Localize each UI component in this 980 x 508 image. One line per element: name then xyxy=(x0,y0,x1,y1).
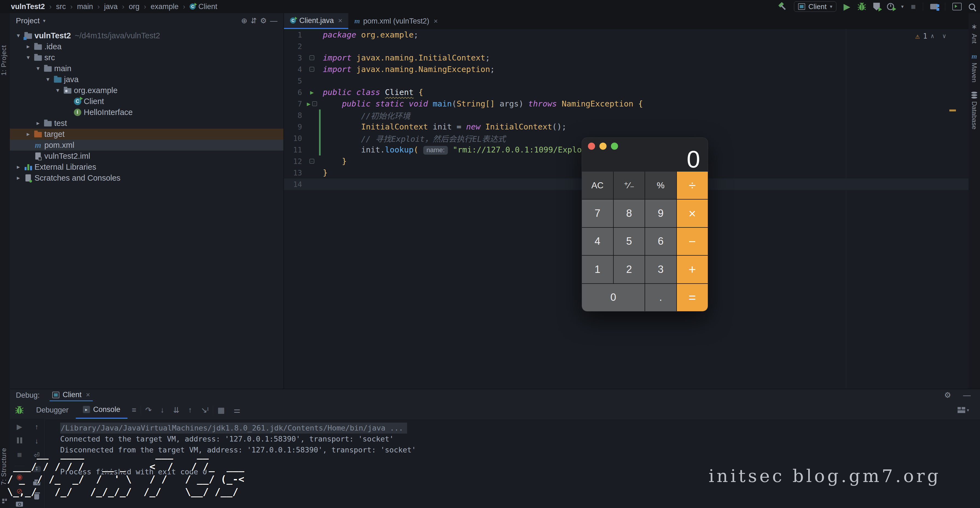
terminal-icon[interactable] xyxy=(952,3,962,10)
calc-button-÷[interactable]: ÷ xyxy=(677,172,708,199)
resume-icon[interactable]: ▶ xyxy=(17,423,22,430)
tree-item-.idea[interactable]: ▸.idea xyxy=(10,41,283,52)
close-icon[interactable]: × xyxy=(86,390,90,399)
tree-item-vulnTest2[interactable]: ▾vulnTest2~/d4m1ts/java/vulnTest2 xyxy=(10,30,283,41)
gear-icon[interactable]: ⚙ xyxy=(260,17,267,25)
view-options-icon[interactable]: ⚌ xyxy=(229,406,245,415)
tree-item-test[interactable]: ▸test xyxy=(10,118,283,129)
tab-debugger[interactable]: Debugger xyxy=(29,401,76,419)
fold-icon[interactable]: − xyxy=(312,101,317,106)
calc-button-%[interactable]: % xyxy=(645,172,676,199)
thread-dump-icon[interactable] xyxy=(16,502,23,506)
tree-chevron-icon[interactable]: ▸ xyxy=(33,119,43,127)
calc-button-AC[interactable]: AC xyxy=(582,172,613,199)
tree-item-main[interactable]: ▾main xyxy=(10,63,283,74)
tab-client-java[interactable]: C Client.java × xyxy=(284,13,348,29)
gutter-spacer xyxy=(319,40,321,52)
breadcrumb-item-vulnTest2[interactable]: vulnTest2 xyxy=(11,2,45,11)
breadcrumb-item-Client[interactable]: CClient xyxy=(189,2,217,11)
options-menu-icon[interactable]: ≡ xyxy=(127,406,141,414)
build-icon[interactable] xyxy=(778,2,787,11)
rerun-debug-icon[interactable] xyxy=(10,406,29,414)
down-stack-icon[interactable]: ↓ xyxy=(35,437,38,444)
gear-icon[interactable]: ⚙ xyxy=(944,392,951,399)
fold-icon[interactable]: − xyxy=(309,55,314,60)
tree-chevron-icon[interactable]: ▾ xyxy=(33,65,43,72)
code-text: //初始化环境 xyxy=(323,110,410,121)
tool-window-database-button[interactable]: Database xyxy=(969,92,980,129)
tree-item-HelloInterface[interactable]: IHelloInterface xyxy=(10,107,283,118)
tree-chevron-icon[interactable]: ▾ xyxy=(53,87,62,94)
run-gutter-icon[interactable]: ▶ xyxy=(307,100,310,107)
tree-item-src[interactable]: ▾src xyxy=(10,52,283,63)
tree-item-target[interactable]: ▸target xyxy=(10,129,283,140)
calc-button-5[interactable]: 5 xyxy=(614,228,645,255)
tree-chevron-icon[interactable]: ▸ xyxy=(14,163,23,170)
close-icon[interactable]: × xyxy=(434,17,438,25)
calc-button-4[interactable]: 4 xyxy=(582,228,613,255)
tree-item-External Libraries[interactable]: ▸External Libraries xyxy=(10,161,283,172)
project-structure-icon[interactable] xyxy=(930,4,938,9)
calc-button-1[interactable]: 1 xyxy=(582,256,613,283)
locate-icon[interactable]: ⊕ xyxy=(241,17,248,25)
calc-button-6[interactable]: 6 xyxy=(645,228,676,255)
hide-panel-icon[interactable]: — xyxy=(963,392,971,399)
fold-icon[interactable]: − xyxy=(309,159,314,164)
tree-item-org.example[interactable]: ▾org.example xyxy=(10,85,283,96)
tree-chevron-icon[interactable]: ▸ xyxy=(24,43,33,50)
breadcrumb-item-org[interactable]: org xyxy=(129,2,140,11)
calc-button-2[interactable]: 2 xyxy=(614,256,645,283)
debug-button[interactable] xyxy=(858,2,866,11)
calc-button-3[interactable]: 3 xyxy=(645,256,676,283)
tree-chevron-icon[interactable]: ▾ xyxy=(14,32,23,39)
breadcrumb-item-example[interactable]: example xyxy=(151,2,178,11)
tool-window-maven-button[interactable]: mMaven xyxy=(969,53,980,83)
tree-item-vulnTest2.iml[interactable]: vulnTest2.iml xyxy=(10,151,283,161)
calculator-window[interactable]: 0 AC⁺⁄₋%÷789×456−123+0.= xyxy=(582,137,708,312)
run-config-selector[interactable]: Client ▾ xyxy=(794,2,837,12)
calc-button-⁺⁄₋[interactable]: ⁺⁄₋ xyxy=(614,172,645,199)
profiler-chevron-icon[interactable]: ▾ xyxy=(901,3,904,10)
calc-button-8[interactable]: 8 xyxy=(614,199,645,227)
tree-item-Client[interactable]: CClient xyxy=(10,96,283,107)
hide-panel-icon[interactable]: — xyxy=(270,17,277,25)
tree-chevron-icon[interactable]: ▾ xyxy=(43,76,52,83)
breadcrumb: vulnTest2›src›main›java›org›example›CCli… xyxy=(0,2,217,11)
calc-button-.[interactable]: . xyxy=(645,284,676,311)
calc-button-−[interactable]: − xyxy=(677,228,708,255)
calc-button-9[interactable]: 9 xyxy=(645,199,676,227)
profiler-button[interactable] xyxy=(887,3,894,10)
calc-button-+[interactable]: + xyxy=(677,256,708,283)
tab-pom-xml[interactable]: m pom.xml (vulnTest2) × xyxy=(348,13,444,29)
tool-window-ant-button[interactable]: ∗Ant xyxy=(969,22,980,43)
calc-button-×[interactable]: × xyxy=(677,199,708,227)
tab-console[interactable]: ▸ Console xyxy=(76,401,127,419)
breadcrumb-item-main[interactable]: main xyxy=(77,2,93,11)
tree-item-java[interactable]: ▾java xyxy=(10,74,283,85)
coverage-button[interactable] xyxy=(873,3,880,10)
tree-chevron-icon[interactable]: ▸ xyxy=(14,174,23,182)
calc-button-=[interactable]: = xyxy=(677,284,708,311)
debug-session-tab[interactable]: Client × xyxy=(49,389,93,401)
breadcrumb-item-java[interactable]: java xyxy=(104,2,118,11)
tree-chevron-icon[interactable]: ▾ xyxy=(24,54,33,61)
evaluate-expression-icon[interactable]: ▦ xyxy=(213,406,229,415)
chevron-down-icon[interactable]: ▾ xyxy=(43,18,45,24)
tool-window-project-button[interactable]: 1: Project xyxy=(0,30,10,90)
tree-item-Scratches and Consoles[interactable]: ▸Scratches and Consoles xyxy=(10,172,283,183)
close-icon[interactable]: × xyxy=(338,16,342,25)
restore-layout-icon[interactable]: ▾ xyxy=(958,407,969,413)
breadcrumb-item-src[interactable]: src xyxy=(56,2,66,11)
tree-chevron-icon[interactable]: ▸ xyxy=(24,131,33,138)
line-number: 7 xyxy=(284,100,305,108)
collapse-all-icon[interactable]: ⇵ xyxy=(251,17,257,25)
run-button[interactable]: ▶ xyxy=(843,2,850,11)
tool-windows-toggle-icon[interactable] xyxy=(2,499,8,504)
tree-item-pom.xml[interactable]: mpom.xml xyxy=(10,140,283,151)
calc-button-0[interactable]: 0 xyxy=(582,284,644,311)
calc-button-7[interactable]: 7 xyxy=(582,199,613,227)
up-stack-icon[interactable]: ↑ xyxy=(35,423,38,430)
fold-icon[interactable]: − xyxy=(309,67,314,72)
search-everywhere-icon[interactable] xyxy=(969,3,975,10)
run-gutter-icon[interactable]: ▶ xyxy=(310,89,313,96)
